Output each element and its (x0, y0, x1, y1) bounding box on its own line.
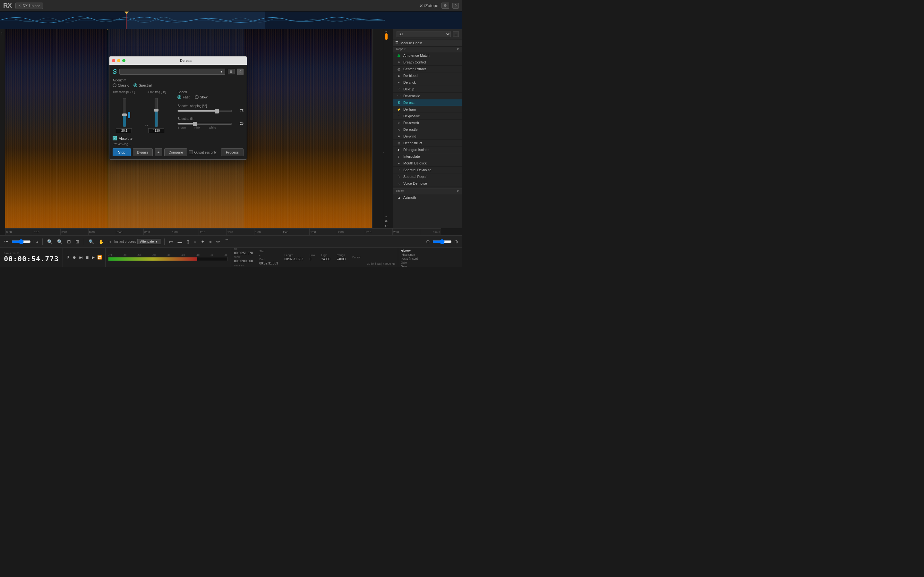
sidebar-item-de-ess[interactable]: S De-ess (393, 99, 462, 106)
attenuate-button[interactable]: Attenuate ▼ (137, 239, 161, 244)
brush-button[interactable]: ⌒ (223, 238, 230, 245)
waveform-overview[interactable] (0, 11, 462, 29)
file-tab[interactable]: ✕ DX 1.rxdoc (15, 3, 43, 9)
settings-button[interactable]: ⚙ (441, 3, 449, 9)
plugin-help-button[interactable]: ? (237, 69, 244, 75)
tab-close-icon[interactable]: ✕ (18, 4, 21, 7)
sidebar-item-de-click[interactable]: ✂ De-click (393, 79, 462, 86)
sidebar-item-de-wind[interactable]: ≋ De-wind (393, 133, 462, 140)
cutoff-value-display[interactable]: 4120 (148, 128, 164, 133)
preset-selector[interactable]: ▼ (120, 69, 225, 75)
threshold-slider-track[interactable] (123, 98, 126, 127)
scroll-down-icon[interactable]: ▼ (384, 215, 388, 219)
spectral-tilt-thumb[interactable] (193, 122, 197, 126)
algorithm-classic-option[interactable]: Classic (113, 83, 129, 87)
sidebar-item-de-bleed[interactable]: ◈ De-bleed (393, 73, 462, 79)
bypass-button[interactable]: Bypass (133, 148, 153, 156)
record-enable-button[interactable]: ⏺ (72, 255, 77, 260)
go-start-button[interactable]: ⏮ (78, 255, 83, 260)
plus-button[interactable]: + (155, 148, 162, 156)
zoom-out-button[interactable]: 🔍 (46, 239, 54, 245)
sidebar-item-de-plosive[interactable]: ~ De-plosive (393, 113, 462, 119)
titlebar-minimize-dot[interactable] (117, 59, 120, 62)
lasso-button[interactable]: ○ (107, 239, 112, 245)
sidebar-item-voice-denoise[interactable]: ⌇ Voice De-noise (393, 180, 462, 187)
threshold-thumb[interactable] (122, 113, 127, 116)
history-item-0[interactable]: Initial State (401, 253, 459, 257)
sidebar-item-azimuth[interactable]: ⊿ Azimuth (393, 194, 462, 201)
zoom-in-right-button[interactable]: ⊕ (453, 239, 459, 245)
history-item-1[interactable]: Paste (Insert) (401, 257, 459, 261)
stop-button[interactable]: ⏹ (85, 255, 90, 260)
sidebar-item-de-reverb[interactable]: ↩ De-reverb (393, 119, 462, 126)
history-item-3[interactable]: Gain (401, 264, 459, 268)
compare-button[interactable]: Compare (164, 148, 187, 156)
hand-tool-button[interactable]: ✋ (97, 239, 105, 245)
sidebar-category-repair[interactable]: Repair ▼ (393, 47, 462, 52)
zoom-horizontal-slider[interactable] (433, 239, 452, 244)
spectral-shaping-track[interactable] (178, 110, 232, 112)
sidebar-item-spectral-repair[interactable]: ⌇ Spectral Repair (393, 173, 462, 180)
sidebar-item-spectral-denoise[interactable]: ⌇ Spectral De-noise (393, 167, 462, 173)
time-select-button[interactable]: ▬ (176, 239, 184, 245)
magnify-button[interactable]: 🔍 (87, 239, 95, 245)
zoom-fit-button[interactable]: ⊡ (66, 239, 72, 245)
titlebar-maximize-dot[interactable] (122, 59, 126, 62)
scroll-thumb[interactable] (385, 33, 388, 40)
magic-wand-button[interactable]: ✦ (200, 239, 206, 245)
waveform-view-button[interactable]: 〜 (3, 238, 10, 245)
speed-slow-option[interactable]: Slow (195, 95, 208, 99)
freq-select-button[interactable]: ▯ (186, 239, 191, 245)
zoom-out-right-button[interactable]: ⊖ (425, 239, 431, 245)
scroll-up-icon[interactable]: ▲ (384, 29, 388, 33)
vertical-scrollbar[interactable]: ▲ ▼ ⊕ ⊖ (384, 29, 388, 228)
zoom-in-button[interactable]: 🔍 (56, 239, 64, 245)
preset-list-button[interactable]: ☰ (228, 69, 234, 74)
help-button[interactable]: ? (452, 3, 459, 9)
harmonic-select-button[interactable]: ≈ (208, 239, 213, 245)
de-reverb-icon: ↩ (397, 121, 401, 125)
sidebar-item-de-hum[interactable]: ⚡ De-hum (393, 106, 462, 113)
sidebar-list-view-button[interactable]: ☰ (453, 31, 459, 37)
absolute-checkbox[interactable]: ✓ (113, 136, 117, 140)
pencil-button[interactable]: ✏ (215, 239, 221, 245)
de-hum-label: De-hum (403, 107, 416, 111)
zoom-slider[interactable] (11, 239, 31, 244)
zoom-select-button[interactable]: ⊞ (74, 239, 81, 245)
sidebar-item-mouth-de-click[interactable]: ⌁ Mouth De-click (393, 160, 462, 167)
play-button[interactable]: ▶ (91, 255, 95, 260)
sidebar-item-center-extract[interactable]: ◎ Center Extract (393, 66, 462, 73)
zoom-in-icon[interactable]: ⊕ (384, 219, 388, 223)
de-click-label: De-click (403, 81, 416, 84)
time-format-dropdown-icon[interactable]: ▼ (17, 251, 19, 255)
threshold-value-display[interactable]: -20.1 (116, 128, 132, 133)
module-chain-button[interactable]: ☰ Module Chain (393, 39, 462, 47)
zoom-out-icon[interactable]: ⊖ (384, 223, 388, 228)
sidebar-item-ambience-match[interactable]: 🌲 Ambience Match (393, 52, 462, 59)
sidebar-filter-select[interactable]: All (397, 31, 451, 37)
sidebar-item-deconstruct[interactable]: ⊞ Deconstruct (393, 140, 462, 147)
sidebar-item-de-rustle[interactable]: ∿ De-rustle (393, 126, 462, 133)
algorithm-spectral-option[interactable]: Spectral (134, 83, 152, 87)
titlebar-close-dot[interactable] (112, 59, 115, 62)
loop-button[interactable]: 🔁 (97, 255, 103, 260)
output-ess-checkbox[interactable] (189, 150, 193, 154)
sidebar-item-de-clip[interactable]: ⌇ De-clip (393, 86, 462, 93)
lasso-select-button[interactable]: ○ (192, 239, 198, 245)
stop-button[interactable]: Stop (113, 148, 131, 156)
rectangle-select-button[interactable]: ▭ (168, 239, 174, 245)
record-button[interactable]: 🎙 (65, 255, 71, 260)
time-mark-9: 1:30 (254, 229, 282, 235)
speed-fast-option[interactable]: Fast (178, 95, 189, 99)
spectral-shaping-thumb[interactable] (215, 109, 219, 113)
sidebar-category-utility[interactable]: Utility ▼ (393, 188, 462, 194)
history-item-2[interactable]: Gain (401, 261, 459, 264)
cutoff-thumb[interactable] (154, 109, 158, 111)
sidebar-item-interpolate[interactable]: / Interpolate (393, 153, 462, 160)
process-button[interactable]: Process (221, 148, 244, 156)
cutoff-slider-track[interactable] (155, 98, 158, 127)
sidebar-item-de-crackle[interactable]: ⋯ De-crackle (393, 93, 462, 99)
sidebar-item-breath-control[interactable]: ≈ Breath Control (393, 59, 462, 66)
sidebar-item-dialogue-isolate[interactable]: ◐ Dialogue Isolate (393, 147, 462, 153)
spectral-tilt-track[interactable] (178, 123, 232, 125)
